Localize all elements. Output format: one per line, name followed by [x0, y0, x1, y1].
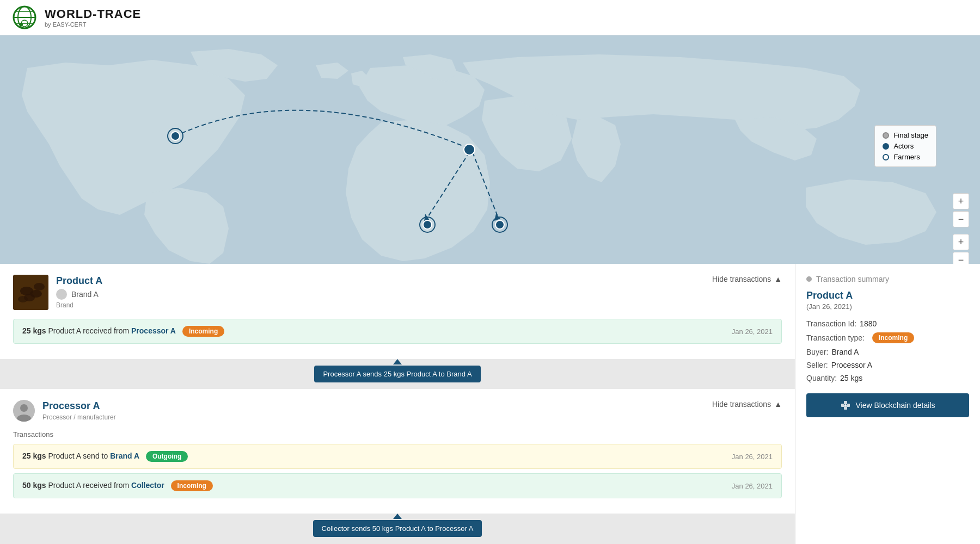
- summary-tx-id-row: Transaction Id: 1880: [806, 319, 969, 328]
- processor-tx-2-text: 50 kgs Product A received from Collector…: [22, 480, 213, 491]
- bottom-connector-text: Collector sends 50 kgs Product A to Proc…: [322, 524, 474, 533]
- tx-date: Jan 26, 2021: [732, 327, 773, 336]
- ptx1-quantity: 25 kgs: [22, 452, 46, 460]
- app-subtitle: by EASY-CERT: [45, 21, 141, 28]
- brand-hide-transactions-button[interactable]: Hide transactions ▲: [712, 275, 782, 283]
- tx-desc: Product A received from: [48, 326, 129, 335]
- tx-source: Processor A: [131, 326, 176, 335]
- tx-type-label: Transaction type:: [806, 333, 865, 342]
- ptx2-badge: Incoming: [171, 480, 213, 491]
- processor-avatar-icon: [13, 400, 35, 422]
- summary-date: (Jan 26, 2021): [806, 302, 969, 311]
- logo-text: WORLD-TRACE by EASY-CERT: [45, 7, 141, 28]
- logo-area: WORLD-TRACE by EASY-CERT: [11, 4, 141, 31]
- svg-rect-29: [844, 401, 847, 404]
- processor-tx-row-2[interactable]: 50 kgs Product A received from Collector…: [13, 473, 782, 498]
- brand-transaction-row[interactable]: 25 kgs Product A received from Processor…: [13, 319, 782, 344]
- blockchain-icon: [840, 400, 851, 411]
- processor-info: Processor A Processor / manufacturer: [42, 400, 116, 422]
- view-blockchain-label: View Blockchain details: [855, 401, 935, 410]
- ptx1-text: Product A send to: [48, 452, 108, 460]
- quantity-label: Quantity:: [806, 374, 837, 382]
- header: WORLD-TRACE by EASY-CERT: [0, 0, 980, 35]
- legend-item-actors: Actors: [883, 142, 928, 150]
- processor-card: Processor A Processor / manufacturer Hid…: [0, 389, 795, 514]
- brand-icon: [56, 289, 67, 300]
- processor-hide-transactions-button[interactable]: Hide transactions ▲: [712, 400, 782, 409]
- processor-tx-1-text: 25 kgs Product A send to Brand A Outgoin…: [22, 451, 188, 462]
- hide-transactions-label: Hide transactions: [712, 275, 771, 283]
- processor-card-header-left: Processor A Processor / manufacturer: [13, 400, 116, 422]
- transactions-label: Transactions: [13, 430, 782, 438]
- world-map: [0, 35, 980, 264]
- summary-product-title: Product A: [806, 290, 969, 301]
- ptx2-date: Jan 26, 2021: [732, 482, 773, 490]
- legend-label-farmers: Farmers: [893, 153, 920, 161]
- brand-card-header-left: Product A Brand A Brand: [13, 275, 102, 310]
- seller-label: Seller:: [806, 361, 828, 369]
- map-legend: Final stage Actors Farmers: [874, 125, 936, 167]
- supply-chain-panel: Product A Brand A Brand Hide transaction…: [0, 264, 795, 544]
- brand-row: Brand A: [56, 289, 102, 300]
- svg-point-13: [464, 144, 475, 155]
- zoom-in-2-button[interactable]: +: [953, 234, 969, 250]
- processor-thumbnail: [13, 400, 35, 422]
- ptx1-badge: Outgoing: [146, 451, 188, 462]
- product-thumbnail: [13, 275, 48, 310]
- legend-dot-actors: [883, 143, 889, 150]
- brand-type: Brand: [56, 301, 74, 309]
- summary-quantity-row: Quantity: 25 kgs: [806, 374, 969, 382]
- svg-point-6: [20, 23, 23, 26]
- legend-label-actors: Actors: [893, 142, 914, 150]
- product-title: Product A: [56, 275, 102, 287]
- tx-badge: Incoming: [182, 326, 224, 337]
- processor-title: Processor A: [42, 400, 116, 412]
- zoom-in-button[interactable]: +: [953, 193, 969, 209]
- map-zoom-controls: + − + −: [953, 193, 969, 264]
- main-content: Product A Brand A Brand Hide transaction…: [0, 264, 980, 544]
- svg-point-11: [171, 132, 180, 140]
- svg-point-25: [20, 404, 28, 412]
- bottom-connector-tooltip: Collector sends 50 kgs Product A to Proc…: [313, 520, 482, 537]
- coffee-icon: [13, 275, 48, 310]
- tx-type-badge: Incoming: [872, 332, 914, 343]
- brand-name: Brand A: [71, 290, 99, 299]
- svg-rect-30: [844, 406, 847, 410]
- connector-text: Processor A sends 25 kgs Product A to Br…: [323, 370, 471, 378]
- processor-tx-row-1[interactable]: 25 kgs Product A send to Brand A Outgoin…: [13, 444, 782, 469]
- summary-header: Transaction summary: [806, 275, 969, 283]
- summary-buyer-row: Buyer: Brand A: [806, 348, 969, 356]
- buyer-label: Buyer:: [806, 348, 828, 356]
- transaction-summary-panel: Transaction summary Product A (Jan 26, 2…: [795, 264, 980, 544]
- svg-rect-27: [841, 404, 844, 407]
- zoom-out-2-button[interactable]: −: [953, 252, 969, 264]
- svg-rect-28: [847, 404, 850, 407]
- summary-tx-type-row: Transaction type: Incoming: [806, 332, 969, 343]
- legend-label-final: Final stage: [893, 131, 928, 139]
- svg-point-16: [495, 220, 504, 229]
- app-title: WORLD-TRACE: [45, 7, 141, 21]
- quantity-value: 25 kgs: [840, 374, 862, 382]
- ptx1-target: Brand A: [110, 452, 139, 460]
- legend-item-final-stage: Final stage: [883, 131, 928, 139]
- connector-tooltip: Processor A sends 25 kgs Product A to Br…: [314, 366, 480, 382]
- processor-card-header: Processor A Processor / manufacturer Hid…: [13, 400, 782, 422]
- brand-card-info: Product A Brand A Brand: [56, 275, 102, 310]
- tx-id-value: 1880: [860, 319, 877, 328]
- ptx2-quantity: 50 kgs: [22, 481, 46, 490]
- ptx2-source: Collector: [131, 481, 164, 490]
- processor-type: Processor / manufacturer: [42, 413, 116, 421]
- zoom-out-button[interactable]: −: [953, 211, 969, 227]
- connector-processor-to-brand: Processor A sends 25 kgs Product A to Br…: [0, 359, 795, 389]
- svg-point-22: [18, 296, 28, 302]
- summary-header-label: Transaction summary: [816, 275, 889, 283]
- buyer-value: Brand A: [831, 348, 859, 356]
- chevron-up-icon-2: ▲: [774, 400, 782, 409]
- tx-quantity: 25 kgs: [22, 326, 46, 335]
- legend-dot-farmers: [883, 154, 889, 160]
- legend-item-farmers: Farmers: [883, 153, 928, 161]
- seller-value: Processor A: [831, 361, 872, 369]
- processor-hide-label: Hide transactions: [712, 400, 771, 409]
- ptx1-date: Jan 26, 2021: [732, 453, 773, 461]
- view-blockchain-button[interactable]: View Blockchain details: [806, 393, 969, 417]
